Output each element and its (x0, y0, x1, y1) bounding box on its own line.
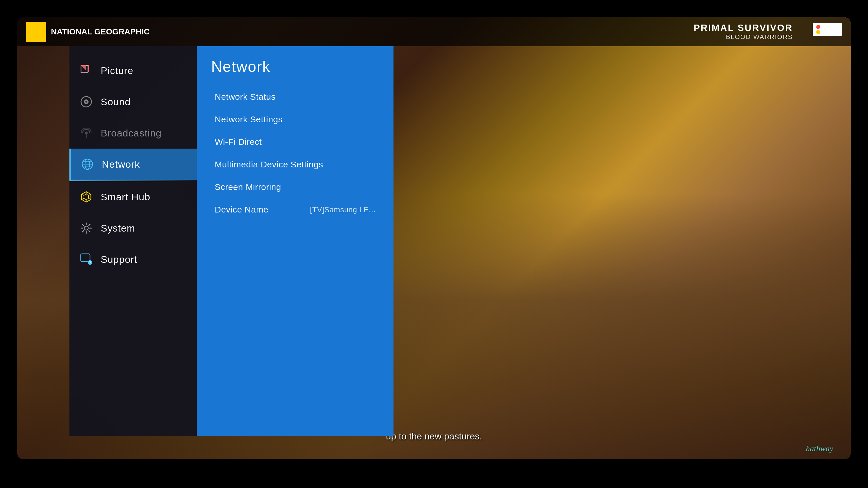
sidebar-label-broadcasting: Broadcasting (101, 128, 161, 139)
picture-icon (79, 63, 94, 78)
brand-name: hathway (806, 444, 833, 453)
panel-item-wifi-direct[interactable]: Wi-Fi Direct (211, 132, 379, 152)
panel-item-screen-mirroring[interactable]: Screen Mirroring (211, 177, 379, 197)
device-name-value: [TV]Samsung LE... (310, 205, 376, 214)
show-sub-title: BLOOD WARRIORS (693, 33, 793, 41)
sidebar-label-smarthub: Smart Hub (101, 191, 151, 203)
hathway-logo: hathway (806, 444, 833, 453)
svg-rect-2 (88, 65, 89, 72)
sidebar-label-sound: Sound (101, 96, 130, 107)
panel-item-network-status[interactable]: Network Status (211, 87, 379, 107)
network-panel-items: Network Status Network Settings Wi-Fi Di… (211, 87, 379, 220)
sidebar-label-system: System (101, 223, 135, 234)
channel-name: NATIONAL GEOGRAPHIC (51, 27, 150, 37)
network-icon (80, 157, 95, 172)
sidebar-item-sound[interactable]: Sound (69, 86, 197, 118)
dot-yellow (816, 30, 820, 34)
svg-point-5 (85, 101, 87, 103)
svg-marker-1 (81, 65, 86, 70)
dot-red (816, 25, 820, 29)
dot-white (822, 25, 826, 29)
menu-overlay: Picture Sound (69, 46, 394, 436)
network-status-label: Network Status (215, 92, 275, 102)
svg-marker-14 (84, 194, 89, 200)
av-box: AV (813, 23, 842, 36)
av-dots (816, 25, 826, 34)
sidebar-item-network[interactable]: Network (69, 149, 197, 180)
subtitle-text: up to the new pastures. (386, 431, 482, 442)
sidebar-item-broadcasting[interactable]: Broadcasting (69, 118, 197, 149)
svg-text:?: ? (89, 261, 91, 265)
sidebar-label-network: Network (102, 159, 140, 170)
show-main-title: PRIMAL SURVIVOR (693, 23, 793, 33)
wifi-direct-label: Wi-Fi Direct (215, 137, 262, 147)
multimedia-device-settings-label: Multimedia Device Settings (215, 160, 323, 169)
ng-yellow-box (26, 22, 46, 42)
sidebar-label-support: Support (101, 254, 137, 265)
device-name-label: Device Name (215, 205, 269, 215)
av-indicator: AV (813, 23, 842, 36)
svg-rect-22 (81, 254, 90, 261)
sidebar-item-system[interactable]: System (69, 213, 197, 244)
broadcasting-icon (79, 126, 94, 140)
sidebar-menu: Picture Sound (69, 46, 197, 436)
network-settings-label: Network Settings (215, 115, 283, 124)
system-icon (79, 221, 94, 236)
network-panel-title: Network (211, 58, 379, 75)
svg-point-21 (84, 226, 88, 230)
av-label: AV (828, 25, 838, 34)
smarthub-icon (79, 189, 94, 204)
sidebar-item-picture[interactable]: Picture (69, 55, 197, 86)
sidebar-item-smarthub[interactable]: Smart Hub (69, 181, 197, 213)
panel-item-multimedia-device-settings[interactable]: Multimedia Device Settings (211, 154, 379, 174)
network-panel: Network Network Status Network Settings … (197, 46, 394, 436)
top-bar: NATIONAL GEOGRAPHIC PRIMAL SURVIVOR BLOO… (18, 18, 850, 46)
panel-item-network-settings[interactable]: Network Settings (211, 109, 379, 130)
support-icon: ? (79, 252, 94, 267)
show-title: PRIMAL SURVIVOR BLOOD WARRIORS (693, 23, 793, 41)
dot-white-2 (822, 30, 826, 34)
screen-mirroring-label: Screen Mirroring (215, 182, 281, 192)
panel-item-device-name[interactable]: Device Name [TV]Samsung LE... (211, 199, 379, 220)
sidebar-label-picture: Picture (101, 65, 133, 76)
tv-screen: NATIONAL GEOGRAPHIC PRIMAL SURVIVOR BLOO… (18, 18, 850, 459)
sidebar-item-support[interactable]: ? Support (69, 244, 197, 275)
channel-logo: NATIONAL GEOGRAPHIC (26, 22, 150, 42)
sound-icon (79, 94, 94, 109)
